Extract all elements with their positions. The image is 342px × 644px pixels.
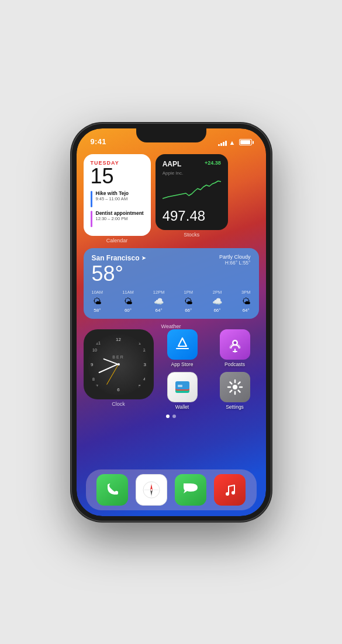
stocks-widget-label: Stocks <box>156 232 228 238</box>
clock-num-5: 5 <box>139 384 141 388</box>
calendar-event-1-text: Hike with Tejo 9:45 – 11:00 AM <box>96 190 129 201</box>
weather-left: San Francisco ➤ 58° <box>92 254 146 286</box>
wifi-icon: ▲ <box>229 139 236 146</box>
clock-num-9: 9 <box>91 362 93 367</box>
stocks-header: AAPL +24.38 <box>163 160 221 168</box>
svg-point-16 <box>226 492 229 496</box>
dock-music-icon[interactable] <box>214 474 246 506</box>
podcasts-icon-wrap[interactable]: Podcasts <box>211 329 259 367</box>
calendar-event-2-bar <box>91 211 92 227</box>
apps-row: 12 3 6 9 1 11 2 10 4 8 5 7 <box>84 329 259 410</box>
dock-messages-icon[interactable] <box>175 474 206 506</box>
weather-hour-3: 1PM 🌤 66° <box>184 290 192 313</box>
signal-bar-1 <box>218 144 220 146</box>
clock-num-4: 4 <box>143 377 146 381</box>
dock-safari-wrap[interactable] <box>136 474 167 506</box>
wallet-icon[interactable] <box>167 372 198 402</box>
weather-high-low: H:66° L:55° <box>219 260 251 266</box>
dock-music-wrap[interactable] <box>214 474 246 506</box>
stocks-price: 497.48 <box>163 208 221 224</box>
apps-grid: App Store <box>158 329 259 410</box>
notch <box>136 128 206 142</box>
clock-num-12: 12 <box>116 337 121 342</box>
clock-hour-hand <box>103 358 118 365</box>
hour-label-5: 3PM <box>241 290 250 295</box>
clock-center-dot <box>118 363 120 365</box>
hour-temp-1: 60° <box>125 308 132 313</box>
calendar-event-2: Dentist appointment 12:30 – 2:00 PM <box>91 210 144 227</box>
clock-widget-wrap[interactable]: 12 3 6 9 1 11 2 10 4 8 5 7 <box>84 329 154 410</box>
hour-temp-0: 58° <box>94 308 101 313</box>
wallet-icon-wrap[interactable]: Wallet <box>158 372 206 410</box>
appstore-icon[interactable] <box>167 329 198 360</box>
calendar-date: 15 <box>91 166 144 187</box>
signal-bar-3 <box>223 142 224 146</box>
clock-num-8: 8 <box>92 377 95 381</box>
weather-location: San Francisco ➤ <box>92 254 146 262</box>
weather-hour-1: 11AM 🌤 60° <box>122 290 134 313</box>
svg-point-8 <box>233 385 237 389</box>
podcasts-label: Podcasts <box>224 361 245 367</box>
page-dot-2 <box>172 415 176 418</box>
podcasts-icon[interactable] <box>220 329 250 360</box>
calendar-event-2-time: 12:30 – 2:00 PM <box>96 216 144 221</box>
clock-num-7: 7 <box>96 384 98 388</box>
dock <box>86 469 257 510</box>
dock-phone-icon[interactable] <box>96 474 128 506</box>
hour-label-4: 2PM <box>213 290 222 295</box>
appstore-icon-wrap[interactable]: App Store <box>158 329 206 367</box>
clock-num-3: 3 <box>144 362 146 367</box>
stocks-company: Apple Inc. <box>163 170 221 176</box>
calendar-event-1-title: Hike with Tejo <box>96 190 129 196</box>
dock-safari-icon[interactable] <box>136 474 167 506</box>
calendar-widget[interactable]: TUESDAY 15 Hike with Tejo 9:45 – 11:00 A… <box>84 154 151 243</box>
weather-right: Partly Cloudy H:66° L:55° <box>219 254 251 266</box>
settings-icon[interactable] <box>220 372 250 402</box>
status-time: 9:41 <box>91 137 106 146</box>
weather-condition: Partly Cloudy <box>219 254 251 260</box>
signal-bar-4 <box>225 141 227 146</box>
weather-hour-icon-0: 🌤 <box>93 297 101 306</box>
dock-messages-wrap[interactable] <box>175 474 206 506</box>
clock-num-1: 1 <box>139 341 141 345</box>
svg-point-15 <box>151 489 153 490</box>
stocks-change: +24.38 <box>205 160 221 166</box>
battery-icon <box>239 139 252 145</box>
clock-face: 12 3 6 9 1 11 2 10 4 8 5 7 <box>88 334 149 395</box>
weather-widget-label: Weather <box>84 323 259 329</box>
weather-hour-icon-3: 🌤 <box>184 297 192 306</box>
stocks-ticker: AAPL <box>163 160 182 168</box>
clock-widget-label: Clock <box>112 401 125 407</box>
hour-temp-5: 64° <box>243 308 250 313</box>
svg-point-1 <box>233 342 236 344</box>
hour-label-2: 12PM <box>153 290 165 295</box>
clock-city-label: BER <box>112 355 124 359</box>
page-dots <box>84 415 259 418</box>
stocks-widget[interactable]: AAPL +24.38 Apple Inc. 497.48 Stocks <box>156 154 228 243</box>
signal-icon <box>218 139 227 146</box>
hour-label-3: 1PM <box>184 290 192 295</box>
hour-temp-3: 66° <box>185 308 192 313</box>
weather-hour-icon-4: ☁️ <box>212 297 222 306</box>
weather-hourly: 10AM 🌤 58° 11AM 🌤 60° 12PM ☁️ 64° <box>92 290 251 313</box>
dock-phone-wrap[interactable] <box>96 474 128 506</box>
phone-screen: 9:41 ▲ TUESDAY <box>77 128 266 516</box>
hour-temp-2: 64° <box>156 308 163 313</box>
signal-bar-2 <box>220 143 222 146</box>
weather-hour-4: 2PM ☁️ 66° <box>212 290 222 313</box>
settings-icon-wrap[interactable]: Settings <box>211 372 259 410</box>
weather-temp: 58° <box>92 262 146 286</box>
calendar-event-2-text: Dentist appointment 12:30 – 2:00 PM <box>96 210 144 221</box>
settings-label: Settings <box>226 404 244 410</box>
weather-hour-icon-5: 🌤 <box>242 297 250 306</box>
weather-hour-0: 10AM 🌤 58° <box>92 290 103 313</box>
home-screen-content: TUESDAY 15 Hike with Tejo 9:45 – 11:00 A… <box>77 149 266 516</box>
calendar-widget-body: TUESDAY 15 Hike with Tejo 9:45 – 11:00 A… <box>84 154 151 236</box>
appstore-label: App Store <box>171 361 194 367</box>
weather-widget[interactable]: San Francisco ➤ 58° Partly Cloudy H:66° … <box>84 248 259 330</box>
weather-hour-5: 3PM 🌤 64° <box>241 290 250 313</box>
clock-widget: 12 3 6 9 1 11 2 10 4 8 5 7 <box>84 329 154 399</box>
calendar-event-2-title: Dentist appointment <box>96 210 144 216</box>
wallet-label: Wallet <box>175 404 189 410</box>
calendar-widget-label: Calendar <box>84 238 151 243</box>
